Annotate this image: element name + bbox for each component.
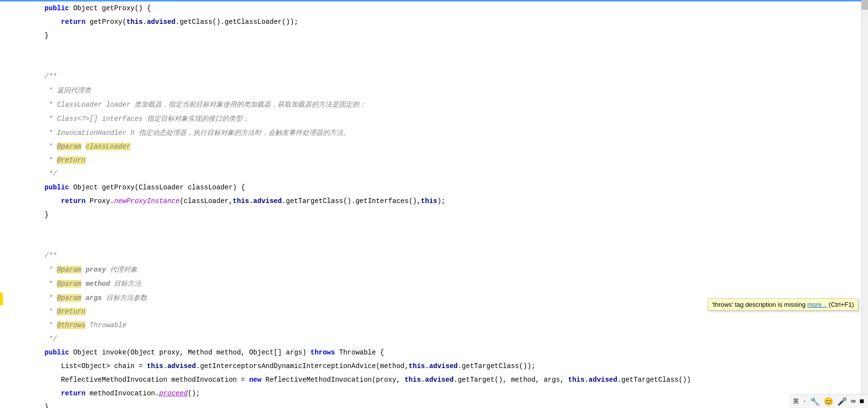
code-content: * @param classLoader: [28, 140, 868, 153]
code-content: [28, 56, 868, 69]
code-line: List<Object> chain = this.advised.getInt…: [3, 359, 868, 373]
code-line: }: [3, 400, 868, 408]
code-line: * ClassLoader loader 类加载器，指定当前目标对象使用的类加载…: [3, 97, 868, 111]
code-content: return getProxy(this.advised.getClass().…: [28, 16, 868, 28]
code-line: /**: [3, 70, 868, 83]
code-content: ReflectiveMethodInvocation methodInvocat…: [28, 373, 868, 386]
code-line: public Object getProxy() {: [3, 1, 868, 15]
code-content: [28, 43, 868, 56]
code-content: return methodInvocation.proceed();: [28, 387, 868, 400]
code-content: * ClassLoader loader 类加载器，指定当前目标对象使用的类加载…: [28, 98, 868, 111]
code-line: * @param classLoader: [3, 140, 868, 153]
code-line: * Class<?>[] interfaces 指定目标对象实现的接口的类型；: [3, 111, 868, 126]
code-line: }: [3, 29, 868, 42]
status-icon4: ⌨: [851, 397, 856, 407]
status-icon1: 🔧: [810, 397, 820, 407]
code-editor: public Object getProxy() { return getPro…: [0, 0, 868, 408]
code-line: [3, 42, 868, 56]
code-line: * InvocationHandler h 指定动态处理器，执行目标对象的方法时…: [3, 126, 868, 140]
code-content: * @throws Throwable: [28, 319, 868, 332]
scrollbar-thumb[interactable]: [861, 0, 868, 10]
code-line: */: [3, 167, 868, 181]
code-line: * @param proxy 代理对象: [3, 262, 868, 277]
tooltip-text: 'throws' tag description is missing: [712, 301, 808, 308]
code-line: return getProxy(this.advised.getClass().…: [3, 15, 868, 29]
code-content: * InvocationHandler h 指定动态处理器，执行目标对象的方法时…: [28, 126, 868, 139]
code-content: public Object getProxy() {: [28, 2, 868, 15]
code-line: /**: [3, 249, 868, 262]
code-content: }: [28, 401, 868, 408]
code-content: * 返回代理类: [28, 84, 868, 97]
code-line: [3, 235, 868, 249]
scrollbar[interactable]: [861, 0, 868, 408]
code-content: * Class<?>[] interfaces 指定目标对象实现的接口的类型；: [28, 112, 868, 125]
code-content: return Proxy.newProxyInstance(classLoade…: [28, 195, 868, 207]
status-icon3: 🎤: [837, 397, 847, 407]
code-line: return methodInvocation.proceed();: [3, 387, 868, 400]
status-icon5: ■: [859, 397, 864, 406]
code-content: /**: [28, 249, 868, 262]
code-line: */: [3, 332, 868, 346]
code-content: public Object getProxy(ClassLoader class…: [28, 181, 868, 194]
code-line: [3, 56, 868, 70]
code-content: public Object invoke(Object proxy, Metho…: [28, 346, 868, 359]
code-content: * @param proxy 代理对象: [28, 263, 868, 276]
code-line: public Object invoke(Object proxy, Metho…: [3, 346, 868, 359]
code-line: }: [3, 208, 868, 222]
tooltip-more-link[interactable]: more...: [807, 301, 827, 308]
code-content: List<Object> chain = this.advised.getInt…: [28, 360, 868, 372]
code-line: * 返回代理类: [3, 83, 868, 97]
status-icon2: 😊: [824, 397, 833, 407]
warning-tooltip: 'throws' tag description is missing more…: [708, 298, 858, 311]
code-line: [3, 222, 868, 235]
code-line: return Proxy.newProxyInstance(classLoade…: [3, 194, 868, 208]
code-content: * @param method 目标方法: [28, 277, 868, 290]
code-content: }: [28, 29, 868, 42]
code-content: */: [28, 333, 868, 345]
code-line: * @param method 目标方法: [3, 277, 868, 291]
code-content: /**: [28, 70, 868, 83]
status-dot: ·: [803, 398, 806, 405]
status-bar: 英 · 🔧 😊 🎤 ⌨ ■: [789, 394, 868, 408]
code-line: * @return: [3, 153, 868, 167]
code-content: [28, 236, 868, 248]
code-content: */: [28, 167, 868, 180]
code-line: public Object getProxy(ClassLoader class…: [3, 181, 868, 194]
throws-line: * @throws Throwable: [3, 318, 868, 332]
tooltip-shortcut: (Ctrl+F1): [827, 301, 854, 308]
code-line: ReflectiveMethodInvocation methodInvocat…: [3, 373, 868, 387]
code-content: }: [28, 208, 868, 221]
code-content: [28, 222, 868, 235]
status-lang: 英: [793, 397, 799, 406]
code-content: * @return: [28, 154, 868, 167]
